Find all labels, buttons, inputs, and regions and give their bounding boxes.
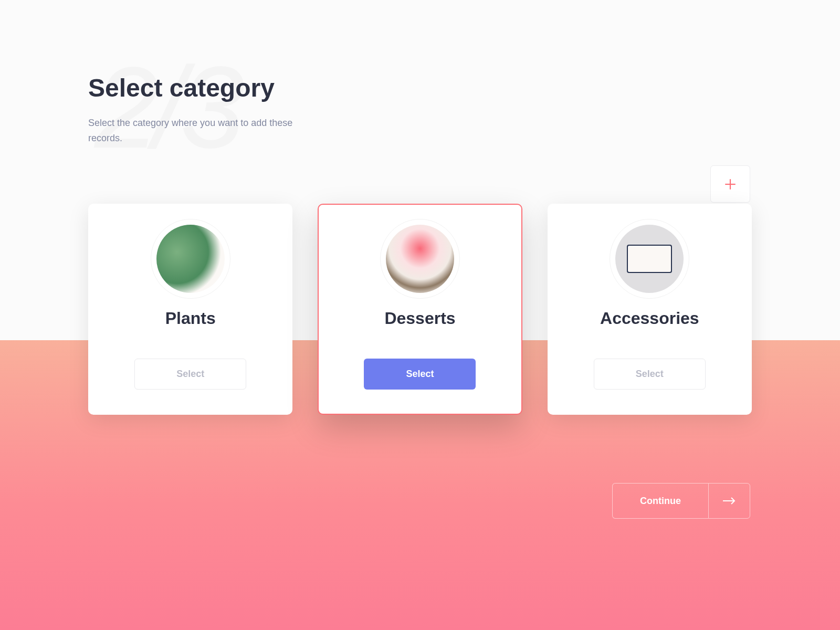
page-header: Select category Select the category wher…: [88, 74, 752, 146]
select-button-desserts[interactable]: Select: [364, 359, 476, 390]
continue-button[interactable]: Continue: [612, 483, 750, 519]
arrow-right-icon: [722, 496, 737, 506]
plus-icon: [723, 177, 737, 191]
accessories-image: [615, 225, 684, 293]
select-button-accessories[interactable]: Select: [594, 359, 706, 390]
continue-arrow-button[interactable]: [708, 483, 750, 519]
desserts-image: [386, 225, 454, 293]
page-title: Select category: [88, 74, 752, 102]
category-title: Accessories: [600, 309, 699, 328]
category-cards: Plants Select Desserts Select Accessorie…: [88, 204, 752, 415]
category-card-desserts[interactable]: Desserts Select: [318, 204, 522, 415]
category-card-plants[interactable]: Plants Select: [88, 204, 292, 415]
continue-label[interactable]: Continue: [612, 483, 708, 519]
select-button-plants[interactable]: Select: [134, 359, 246, 390]
page-subtitle: Select the category where you want to ad…: [88, 116, 324, 146]
category-card-accessories[interactable]: Accessories Select: [548, 204, 752, 415]
category-title: Plants: [165, 309, 216, 328]
plants-image: [156, 225, 225, 293]
add-category-button[interactable]: [710, 165, 750, 203]
category-title: Desserts: [384, 309, 455, 328]
